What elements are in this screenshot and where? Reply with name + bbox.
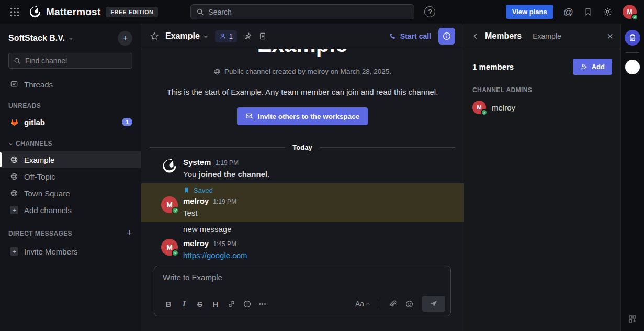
sidebar-item-off-topic[interactable]: Off-Topic (0, 168, 141, 185)
globe-icon (213, 68, 221, 75)
message-link[interactable]: M melroy 1:45 PM https://google.com (141, 237, 464, 261)
attach-icon[interactable] (386, 297, 399, 310)
search-input[interactable] (208, 8, 409, 16)
bold-button[interactable]: B (162, 297, 175, 310)
chevron-down-icon (8, 141, 13, 146)
intro-meta-text: Public channel created by melroy on Marc… (224, 68, 391, 75)
online-status-icon (631, 14, 638, 20)
settings-icon[interactable] (603, 7, 613, 17)
members-icon (219, 32, 227, 40)
saved-flag-icon (183, 187, 190, 194)
message-input[interactable] (163, 273, 442, 282)
team-menu-button[interactable]: SoftStack B.V. (8, 34, 74, 43)
composer-toolbar: B I S H ••• Aa (154, 293, 450, 316)
user-avatar[interactable]: M (161, 239, 178, 256)
chevron-up-icon (366, 302, 370, 306)
sidebar-item-label: Threads (24, 80, 53, 89)
message-author[interactable]: melroy (183, 196, 209, 205)
priority-icon[interactable] (240, 297, 254, 310)
rail-app-avatar[interactable] (625, 60, 640, 74)
pin-icon[interactable] (243, 32, 252, 41)
close-icon[interactable]: × (607, 31, 613, 41)
add-channels-button[interactable]: + Add channels (0, 202, 141, 218)
product-menu-icon[interactable] (7, 5, 22, 19)
add-browse-channels-button[interactable]: + (118, 31, 132, 46)
channel-sidebar: SoftStack B.V. + Threads UNREADS gitlab (0, 24, 141, 331)
phone-icon (389, 32, 397, 40)
boards-icon[interactable] (625, 30, 640, 46)
avatar-initial: M (477, 104, 481, 111)
message-time: 1:45 PM (213, 240, 236, 248)
star-icon[interactable] (150, 31, 159, 41)
invite-others-button[interactable]: Invite others to the workspace (237, 107, 368, 125)
strikethrough-button[interactable]: S (193, 297, 207, 310)
divider (626, 52, 639, 53)
channel-info-button[interactable] (438, 28, 455, 45)
message-composer[interactable]: B I S H ••• Aa (154, 266, 451, 316)
find-channel-input[interactable] (25, 57, 127, 65)
sidebar-item-label: Town Square (24, 189, 70, 198)
message-time: 1:19 PM (213, 198, 236, 205)
toggle-formatting-button[interactable]: Aa (353, 300, 372, 308)
global-search[interactable] (190, 4, 414, 19)
member-name: melroy (492, 103, 515, 112)
message-followup[interactable]: new message (141, 224, 464, 234)
channels-header[interactable]: CHANNELS (0, 130, 141, 151)
add-members-button[interactable]: Add (573, 59, 612, 75)
heading-button[interactable]: H (209, 297, 222, 310)
gitlab-icon (9, 118, 19, 127)
message-list[interactable]: Example Public channel created by melroy… (141, 49, 464, 262)
user-avatar: M (472, 101, 486, 114)
channel-view: Example 1 Start call (141, 24, 464, 331)
member-row[interactable]: M melroy (464, 97, 620, 118)
date-label[interactable]: Today (285, 144, 319, 151)
view-plans-button[interactable]: View plans (506, 5, 553, 19)
files-icon[interactable] (258, 32, 267, 40)
invite-members-button[interactable]: + Invite Members (0, 243, 141, 260)
add-member-icon (580, 63, 588, 71)
sidebar-item-town-square[interactable]: Town Square (0, 185, 141, 202)
user-avatar[interactable]: M (161, 196, 178, 213)
sidebar-item-example[interactable]: Example (0, 151, 141, 168)
square-plus-icon: + (9, 206, 19, 214)
apps-icon[interactable] (628, 314, 637, 324)
more-formatting-button[interactable]: ••• (256, 297, 269, 310)
message-author[interactable]: System (183, 158, 211, 167)
send-icon (430, 300, 438, 308)
mattermost-logo: Mattermost (28, 5, 100, 19)
app-body: SoftStack B.V. + Threads UNREADS gitlab (0, 24, 644, 331)
user-avatar[interactable]: M (623, 5, 637, 19)
message-link-url[interactable]: https://google.com (183, 251, 247, 260)
help-icon[interactable]: ? (424, 6, 435, 17)
channel-intro-meta: Public channel created by melroy on Marc… (141, 68, 464, 75)
app-rail (620, 24, 644, 331)
member-count-button[interactable]: 1 (215, 30, 237, 42)
add-direct-message-button[interactable]: + (127, 228, 132, 239)
online-status-icon (481, 109, 488, 116)
composer-toolbar-right: Aa (353, 296, 445, 312)
invite-button-label: Invite others to the workspace (258, 113, 359, 120)
message-author[interactable]: melroy (183, 239, 209, 248)
at-mention-icon[interactable]: @ (563, 7, 573, 17)
italic-button[interactable]: I (177, 297, 191, 310)
channel-info-icon (442, 31, 451, 41)
back-icon[interactable] (471, 32, 480, 40)
channel-name-menu[interactable]: Example (165, 31, 209, 41)
sidebar-item-gitlab[interactable]: gitlab 1 (0, 114, 141, 130)
message-saved[interactable]: M melroy 1:19 PM Test (141, 195, 464, 219)
avatar-initial: M (166, 201, 173, 209)
sidebar-item-threads[interactable]: Threads (0, 76, 141, 93)
send-button[interactable] (422, 296, 445, 312)
panel-subtitle: Example (533, 32, 561, 40)
start-call-button[interactable]: Start call (389, 32, 431, 40)
brand-name: Mattermost (46, 6, 100, 18)
message-system[interactable]: System 1:19 PM You joined the channel. (141, 156, 464, 180)
saved-flag[interactable]: Saved (141, 183, 464, 195)
find-channel-box[interactable] (8, 53, 132, 69)
section-label: CHANNELS (16, 140, 52, 147)
system-avatar (161, 158, 178, 174)
link-icon[interactable] (224, 297, 238, 310)
emoji-icon[interactable] (402, 297, 416, 310)
saved-posts-icon[interactable] (583, 7, 593, 17)
member-count: 1 (229, 32, 233, 40)
